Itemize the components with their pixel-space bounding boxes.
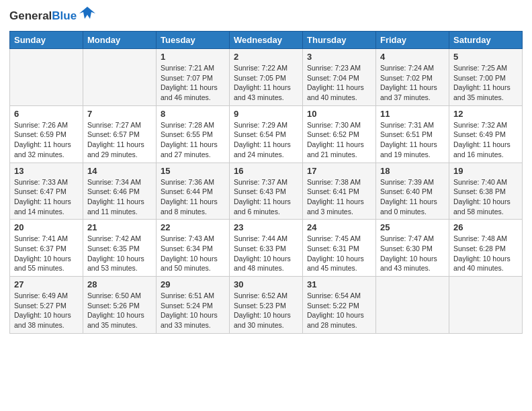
- day-detail: Sunrise: 7:47 AMSunset: 6:30 PMDaylight:…: [380, 234, 445, 273]
- calendar-cell: 13Sunrise: 7:33 AMSunset: 6:47 PMDayligh…: [10, 163, 83, 220]
- day-number: 15: [161, 166, 225, 176]
- day-number: 28: [87, 279, 152, 289]
- calendar-cell: [83, 49, 157, 106]
- calendar-cell: 8Sunrise: 7:28 AMSunset: 6:55 PMDaylight…: [157, 105, 230, 163]
- day-number: 12: [453, 109, 518, 119]
- calendar-cell: 7Sunrise: 7:27 AMSunset: 6:57 PMDaylight…: [83, 105, 157, 163]
- day-detail: Sunrise: 7:37 AMSunset: 6:43 PMDaylight:…: [234, 177, 298, 217]
- calendar-cell: [449, 277, 523, 334]
- day-number: 25: [380, 222, 445, 232]
- calendar-cell: 17Sunrise: 7:38 AMSunset: 6:41 PMDayligh…: [303, 163, 376, 220]
- calendar-cell: [376, 277, 449, 334]
- calendar-cell: 20Sunrise: 7:41 AMSunset: 6:37 PMDayligh…: [10, 220, 83, 277]
- calendar-cell: 25Sunrise: 7:47 AMSunset: 6:30 PMDayligh…: [376, 220, 449, 277]
- day-number: 26: [453, 222, 518, 232]
- calendar-week-row: 13Sunrise: 7:33 AMSunset: 6:47 PMDayligh…: [10, 163, 523, 220]
- calendar-cell: 5Sunrise: 7:25 AMSunset: 7:00 PMDaylight…: [449, 49, 523, 106]
- day-detail: Sunrise: 7:26 AMSunset: 6:59 PMDaylight:…: [14, 120, 79, 160]
- calendar-cell: 23Sunrise: 7:44 AMSunset: 6:33 PMDayligh…: [230, 220, 303, 277]
- day-number: 16: [234, 166, 298, 176]
- logo: GeneralBlue: [9, 7, 97, 26]
- day-number: 11: [380, 109, 445, 119]
- calendar-cell: 16Sunrise: 7:37 AMSunset: 6:43 PMDayligh…: [230, 163, 303, 220]
- calendar-cell: 29Sunrise: 6:51 AMSunset: 5:24 PMDayligh…: [157, 277, 230, 334]
- calendar-cell: [10, 49, 83, 106]
- day-number: 29: [161, 279, 225, 289]
- day-detail: Sunrise: 6:51 AMSunset: 5:24 PMDaylight:…: [161, 291, 225, 330]
- calendar-week-row: 6Sunrise: 7:26 AMSunset: 6:59 PMDaylight…: [10, 105, 523, 163]
- day-number: 21: [87, 222, 152, 232]
- day-detail: Sunrise: 7:25 AMSunset: 7:00 PMDaylight:…: [453, 63, 518, 103]
- day-number: 9: [234, 109, 298, 119]
- col-header-tuesday: Tuesday: [157, 32, 230, 49]
- day-detail: Sunrise: 6:54 AMSunset: 5:22 PMDaylight:…: [307, 291, 371, 330]
- calendar-cell: 6Sunrise: 7:26 AMSunset: 6:59 PMDaylight…: [10, 105, 83, 163]
- day-number: 2: [234, 52, 298, 62]
- page-container: GeneralBlue SundayMondayTuesdayWednesday…: [0, 0, 532, 340]
- calendar-week-row: 1Sunrise: 7:21 AMSunset: 7:07 PMDaylight…: [10, 49, 523, 106]
- calendar-cell: 4Sunrise: 7:24 AMSunset: 7:02 PMDaylight…: [376, 49, 449, 106]
- header: GeneralBlue: [9, 7, 523, 26]
- day-number: 31: [307, 279, 371, 289]
- calendar-week-row: 20Sunrise: 7:41 AMSunset: 6:37 PMDayligh…: [10, 220, 523, 277]
- day-detail: Sunrise: 7:39 AMSunset: 6:40 PMDaylight:…: [380, 177, 445, 217]
- col-header-sunday: Sunday: [10, 32, 83, 49]
- col-header-wednesday: Wednesday: [230, 32, 303, 49]
- calendar-cell: 9Sunrise: 7:29 AMSunset: 6:54 PMDaylight…: [230, 105, 303, 163]
- day-detail: Sunrise: 7:29 AMSunset: 6:54 PMDaylight:…: [234, 120, 298, 160]
- logo-general: General: [9, 9, 52, 22]
- calendar-cell: 19Sunrise: 7:40 AMSunset: 6:38 PMDayligh…: [449, 163, 523, 220]
- calendar-cell: 24Sunrise: 7:45 AMSunset: 6:31 PMDayligh…: [303, 220, 376, 277]
- day-number: 13: [14, 166, 79, 176]
- svg-marker-0: [79, 7, 95, 19]
- calendar-header-row: SundayMondayTuesdayWednesdayThursdayFrid…: [10, 32, 523, 49]
- calendar-cell: 26Sunrise: 7:48 AMSunset: 6:28 PMDayligh…: [449, 220, 523, 277]
- day-detail: Sunrise: 7:42 AMSunset: 6:35 PMDaylight:…: [87, 234, 152, 273]
- calendar-cell: 1Sunrise: 7:21 AMSunset: 7:07 PMDaylight…: [157, 49, 230, 106]
- day-detail: Sunrise: 7:48 AMSunset: 6:28 PMDaylight:…: [453, 234, 518, 273]
- day-number: 4: [380, 52, 445, 62]
- calendar-cell: 30Sunrise: 6:52 AMSunset: 5:23 PMDayligh…: [230, 277, 303, 334]
- calendar-cell: 12Sunrise: 7:32 AMSunset: 6:49 PMDayligh…: [449, 105, 523, 163]
- day-number: 8: [161, 109, 225, 119]
- calendar-cell: 27Sunrise: 6:49 AMSunset: 5:27 PMDayligh…: [10, 277, 83, 334]
- day-number: 10: [307, 109, 371, 119]
- day-detail: Sunrise: 7:43 AMSunset: 6:34 PMDaylight:…: [161, 234, 225, 273]
- calendar-cell: 15Sunrise: 7:36 AMSunset: 6:44 PMDayligh…: [157, 163, 230, 220]
- day-number: 7: [87, 109, 152, 119]
- calendar-cell: 18Sunrise: 7:39 AMSunset: 6:40 PMDayligh…: [376, 163, 449, 220]
- calendar-table: SundayMondayTuesdayWednesdayThursdayFrid…: [9, 31, 523, 334]
- day-detail: Sunrise: 7:31 AMSunset: 6:51 PMDaylight:…: [380, 120, 445, 160]
- day-detail: Sunrise: 6:49 AMSunset: 5:27 PMDaylight:…: [14, 291, 79, 330]
- day-detail: Sunrise: 7:44 AMSunset: 6:33 PMDaylight:…: [234, 234, 298, 273]
- calendar-cell: 28Sunrise: 6:50 AMSunset: 5:26 PMDayligh…: [83, 277, 157, 334]
- day-number: 19: [453, 166, 518, 176]
- day-number: 14: [87, 166, 152, 176]
- day-detail: Sunrise: 7:30 AMSunset: 6:52 PMDaylight:…: [307, 120, 371, 160]
- day-detail: Sunrise: 7:24 AMSunset: 7:02 PMDaylight:…: [380, 63, 445, 103]
- day-detail: Sunrise: 7:45 AMSunset: 6:31 PMDaylight:…: [307, 234, 371, 273]
- day-detail: Sunrise: 7:32 AMSunset: 6:49 PMDaylight:…: [453, 120, 518, 160]
- day-detail: Sunrise: 7:28 AMSunset: 6:55 PMDaylight:…: [161, 120, 225, 160]
- day-detail: Sunrise: 6:52 AMSunset: 5:23 PMDaylight:…: [234, 291, 298, 330]
- calendar-cell: 22Sunrise: 7:43 AMSunset: 6:34 PMDayligh…: [157, 220, 230, 277]
- day-number: 30: [234, 279, 298, 289]
- col-header-friday: Friday: [376, 32, 449, 49]
- day-number: 18: [380, 166, 445, 176]
- day-detail: Sunrise: 7:33 AMSunset: 6:47 PMDaylight:…: [14, 177, 79, 217]
- calendar-cell: 3Sunrise: 7:23 AMSunset: 7:04 PMDaylight…: [303, 49, 376, 106]
- day-number: 5: [453, 52, 518, 62]
- calendar-cell: 10Sunrise: 7:30 AMSunset: 6:52 PMDayligh…: [303, 105, 376, 163]
- day-number: 3: [307, 52, 371, 62]
- col-header-saturday: Saturday: [449, 32, 523, 49]
- day-detail: Sunrise: 7:23 AMSunset: 7:04 PMDaylight:…: [307, 63, 371, 103]
- calendar-week-row: 27Sunrise: 6:49 AMSunset: 5:27 PMDayligh…: [10, 277, 523, 334]
- day-number: 1: [161, 52, 225, 62]
- day-detail: Sunrise: 6:50 AMSunset: 5:26 PMDaylight:…: [87, 291, 152, 330]
- day-number: 6: [14, 109, 79, 119]
- day-detail: Sunrise: 7:36 AMSunset: 6:44 PMDaylight:…: [161, 177, 225, 217]
- day-number: 24: [307, 222, 371, 232]
- day-detail: Sunrise: 7:21 AMSunset: 7:07 PMDaylight:…: [161, 63, 225, 103]
- calendar-cell: 31Sunrise: 6:54 AMSunset: 5:22 PMDayligh…: [303, 277, 376, 334]
- day-number: 20: [14, 222, 79, 232]
